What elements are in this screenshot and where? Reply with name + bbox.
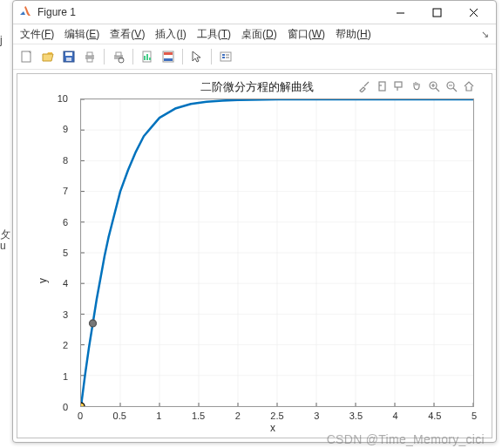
zoom-in-icon[interactable] <box>427 79 441 93</box>
toolbar-dropdown-icon[interactable]: ↘ <box>481 29 489 40</box>
print-preview-button[interactable] <box>110 48 127 65</box>
svg-rect-4 <box>65 52 72 56</box>
x-tick-label: 0 <box>78 411 83 421</box>
x-tick-label: 4 <box>393 411 398 421</box>
chart-title: 二阶微分方程的解曲线 <box>200 79 314 95</box>
save-button[interactable] <box>60 48 78 65</box>
svg-rect-20 <box>220 52 231 61</box>
x-tick-label: 2 <box>235 411 241 421</box>
menu-view[interactable]: 查看(V) <box>110 27 145 42</box>
x-tick-label: 1.5 <box>192 411 205 421</box>
y-tick-label: 0 <box>42 402 68 412</box>
axes-toolbar <box>357 79 476 93</box>
svg-rect-2 <box>22 51 31 62</box>
menu-window[interactable]: 窗口(W) <box>288 27 325 42</box>
titlebar: Figure 1 <box>13 1 496 24</box>
svg-point-73 <box>81 403 85 406</box>
y-tick-label: 10 <box>42 93 68 104</box>
figure-canvas[interactable]: 二阶微分方程的解曲线 y x 01234567891000.511.522.53… <box>17 73 492 438</box>
x-axis-label: x <box>270 422 275 434</box>
x-tick-label: 0.5 <box>113 411 126 421</box>
y-tick-label: 7 <box>42 186 68 196</box>
svg-rect-18 <box>164 55 173 58</box>
home-icon[interactable] <box>462 79 476 93</box>
svg-rect-17 <box>164 52 173 55</box>
toolbar-sep <box>182 49 183 64</box>
menu-desktop[interactable]: 桌面(D) <box>241 27 277 42</box>
cropped-left-strip: j 攵 u <box>0 0 12 448</box>
menu-edit[interactable]: 编辑(E) <box>64 27 99 42</box>
toolbar <box>13 44 496 70</box>
watermark-text: CSDN @Time_Memory_cici <box>327 432 485 446</box>
print-button[interactable] <box>81 48 98 65</box>
y-tick-label: 2 <box>42 340 68 350</box>
zoom-out-icon[interactable] <box>444 79 458 93</box>
close-button[interactable] <box>456 2 491 23</box>
y-tick-label: 8 <box>42 155 68 166</box>
svg-rect-26 <box>395 82 402 87</box>
menu-tools[interactable]: 工具(T) <box>197 27 231 42</box>
datatip-icon[interactable] <box>392 79 406 93</box>
svg-point-74 <box>90 320 97 327</box>
y-tick-label: 9 <box>42 124 68 134</box>
svg-rect-8 <box>87 58 92 62</box>
axes-box[interactable] <box>80 98 474 407</box>
svg-rect-14 <box>146 54 148 60</box>
svg-rect-10 <box>116 52 121 56</box>
x-tick-label: 3.5 <box>349 411 363 421</box>
menubar: 文件(F) 编辑(E) 查看(V) 插入(I) 工具(T) 桌面(D) 窗口(W… <box>13 24 496 44</box>
new-figure-button[interactable] <box>18 48 36 65</box>
svg-rect-15 <box>149 58 151 60</box>
svg-rect-5 <box>66 58 71 61</box>
minimize-button[interactable] <box>383 2 417 23</box>
pan-icon[interactable] <box>410 79 424 93</box>
menu-help[interactable]: 帮助(H) <box>336 27 371 42</box>
toolbar-sep <box>104 49 105 64</box>
insert-colorbar-button[interactable] <box>159 48 177 65</box>
menu-insert[interactable]: 插入(I) <box>155 27 186 42</box>
y-tick-label: 1 <box>42 371 68 382</box>
x-tick-label: 4.5 <box>428 411 441 421</box>
y-tick-label: 3 <box>42 309 68 320</box>
link-button[interactable] <box>139 48 156 65</box>
svg-rect-13 <box>144 56 146 60</box>
matlab-icon <box>18 4 32 21</box>
brush-icon[interactable] <box>357 79 371 93</box>
x-tick-label: 3 <box>314 411 319 421</box>
window-title: Figure 1 <box>37 6 383 18</box>
svg-rect-1 <box>433 9 441 17</box>
toolbar-sep <box>132 49 133 64</box>
menu-file[interactable]: 文件(F) <box>20 27 54 42</box>
edit-plot-cursor-button[interactable] <box>188 48 206 65</box>
y-tick-label: 5 <box>42 248 68 258</box>
window-controls <box>383 2 491 23</box>
open-button[interactable] <box>39 48 57 65</box>
note-icon[interactable] <box>375 79 389 93</box>
figure-window: Figure 1 文件(F) 编辑(E) 查看(V) 插入(I) 工具(T) 桌… <box>12 0 497 443</box>
x-tick-label: 1 <box>156 411 161 421</box>
maximize-button[interactable] <box>419 2 454 23</box>
svg-rect-7 <box>87 52 92 56</box>
insert-legend-button[interactable] <box>217 48 234 65</box>
x-tick-label: 5 <box>471 411 477 421</box>
y-tick-label: 4 <box>42 278 68 288</box>
svg-rect-19 <box>164 58 173 61</box>
y-tick-label: 6 <box>42 217 68 227</box>
svg-rect-25 <box>379 82 385 91</box>
toolbar-sep <box>211 49 212 64</box>
x-tick-label: 2.5 <box>270 411 283 421</box>
